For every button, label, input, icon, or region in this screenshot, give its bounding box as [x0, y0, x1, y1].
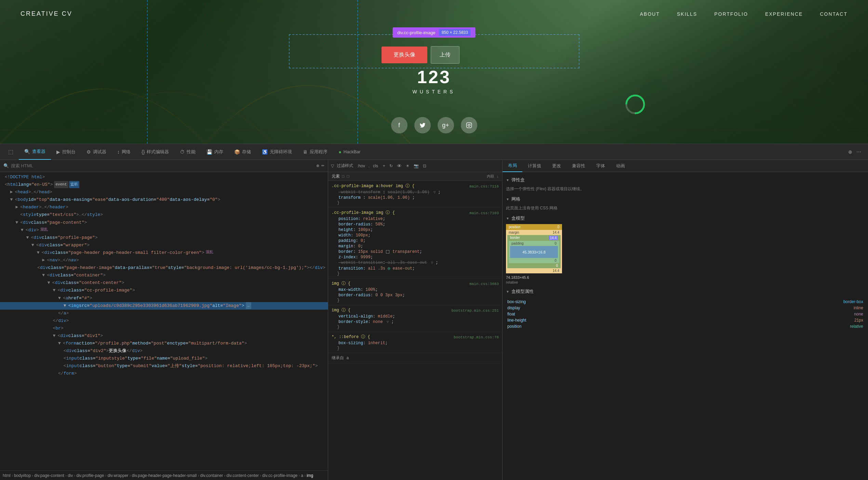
rule-2-header: .cc-profile-image img ⓘ { main.css:7103 [332, 210, 499, 216]
tab-memory[interactable]: 💾 内存 [201, 144, 229, 160]
add-node-btn[interactable]: ⊕ [316, 164, 319, 168]
tab-fonts[interactable]: 字体 [591, 160, 611, 172]
tab-network[interactable]: ↕ 网络 [112, 144, 136, 160]
rule-4-source[interactable]: bootstrap.min.css:251 [451, 309, 499, 313]
grid-arrow-icon: ▼ [506, 197, 509, 201]
nav-contact[interactable]: CONTACT [820, 11, 847, 17]
svg-rect-10 [466, 123, 471, 128]
search-icon: 🔍 [3, 163, 9, 168]
breadcrumb-page-header[interactable]: div.page-header-page-header-small [132, 473, 197, 478]
breadcrumb-wrapper[interactable]: div.wrapper [107, 473, 128, 478]
breadcrumb-img[interactable]: img [307, 473, 313, 478]
social-instagram[interactable] [461, 117, 477, 133]
rule-1-selector[interactable]: .cc-profile-image a:hover img ⓘ { [332, 183, 414, 189]
add-rule-btn[interactable]: + [383, 164, 385, 168]
tab-accessibility[interactable]: ♿ 无障碍环境 [256, 144, 297, 160]
box-model-section-header[interactable]: ▼ 盒模型 [506, 215, 865, 221]
breadcrumb-container[interactable]: div.container [200, 473, 223, 478]
flex-section-header[interactable]: ▼ 弹性盒 [506, 177, 865, 183]
padding-bottom-row: 0 [509, 258, 559, 263]
rule-2-prop-zindex: z-index: 9999; [332, 255, 499, 260]
breadcrumb-content-center[interactable]: div.content-center [227, 473, 259, 478]
prop-key: float [507, 312, 515, 316]
html-content[interactable]: <!DOCTYPE html> <html lang="en-US"> even… [0, 172, 328, 470]
tab-storage[interactable]: 📦 存储 [229, 144, 256, 160]
nav-experience[interactable]: EXPERIENCE [765, 11, 803, 17]
breadcrumb-cc-profile-image[interactable]: div.cc-profile-image [262, 473, 297, 478]
pseudo-states-btn[interactable]: :hov [357, 164, 365, 168]
breadcrumb-html[interactable]: html [3, 473, 11, 478]
layout-panel: 布局 计算值 更改 兼容性 字体 动画 [503, 160, 868, 480]
element-section-extra: 内联 ↓ [487, 174, 499, 179]
flex-section-desc: 选择一个弹性性 (Flex) 容器或项目以继续。 [506, 186, 865, 192]
nav-skills[interactable]: SKILLS [677, 11, 697, 17]
dark-btn[interactable]: ☀ [406, 164, 410, 168]
screenshot-btn[interactable]: 📷 [414, 164, 419, 168]
rule-5-selector[interactable]: *, ::before ⓘ { [332, 334, 370, 340]
rule-3-source[interactable]: main.css:3683 [469, 282, 499, 286]
breadcrumb-a[interactable]: a [301, 473, 303, 478]
prop-val: border-box [843, 299, 863, 304]
tab-hackbar[interactable]: ● HackBar [333, 144, 366, 160]
social-facebook[interactable]: f [391, 117, 408, 133]
style-rule-4: img ⓘ { bootstrap.min.css:251 vertical-a… [328, 305, 502, 332]
tab-computed[interactable]: 计算值 [522, 160, 547, 172]
tab-debugger-label: 调试器 [93, 149, 106, 155]
tab-layout[interactable]: 布局 [503, 160, 522, 172]
cls-btn[interactable]: cls [373, 164, 378, 168]
tab-performance[interactable]: ⏱ 性能 [174, 144, 201, 160]
tab-debugger[interactable]: ⚙ 调试器 [81, 144, 112, 160]
breadcrumb-page-content[interactable]: div.page-content [34, 473, 64, 478]
rule-3-close: } [332, 298, 339, 303]
position-value: 0 [557, 225, 559, 229]
devtools-inspector-icon[interactable]: ⬚ [3, 144, 19, 160]
element-section-toggle[interactable]: □ □ [342, 174, 349, 179]
html-line: ► <header> … </header> [0, 204, 328, 211]
tab-console[interactable]: ▶ 控制台 [51, 144, 81, 160]
html-line: ▼ <body id="top" data-aos-easing="ease" … [0, 196, 328, 204]
copy-btn[interactable]: ⊡ [423, 164, 426, 168]
border-bottom-val: 0 [556, 264, 558, 268]
rule-5-header: *, ::before ⓘ { bootstrap.min.css:76 [332, 334, 499, 340]
social-twitter[interactable] [414, 117, 431, 133]
devtools-new-btn[interactable]: ⊕ [847, 148, 854, 156]
upload-button[interactable]: 上传 [431, 46, 459, 64]
html-line-selected[interactable]: ▼ <img src="uploads/c9d389c295e3303961d6… [0, 302, 328, 310]
eye-btn[interactable]: 👁 [397, 163, 402, 169]
css-model-section-header[interactable]: ▼ 盒模型属性 [506, 288, 865, 295]
rule-5-source[interactable]: bootstrap.min.css:76 [454, 335, 499, 339]
edit-html-btn[interactable]: ✏ [321, 164, 324, 168]
devtools-panel: ⬚ 🔍 查看器 ▶ 控制台 ⚙ 调试器 ↕ 网络 {} 样式编辑器 ⏱ 性能 💾… [0, 144, 868, 480]
breadcrumb-div[interactable]: div [68, 473, 73, 478]
tab-style-editor[interactable]: {} 样式编辑器 [136, 144, 174, 160]
rule-1-source[interactable]: main.css:7116 [469, 184, 499, 189]
change-photo-button[interactable]: 更换头像 [382, 47, 427, 63]
tab-inspector[interactable]: 🔍 查看器 [19, 144, 51, 160]
rule-4-selector[interactable]: img ⓘ { [332, 307, 350, 313]
rule-2-source[interactable]: main.css:7103 [469, 211, 499, 215]
nav-portfolio[interactable]: PORTFOLIO [714, 11, 748, 17]
breadcrumb-body[interactable]: body#top [14, 473, 31, 478]
search-input[interactable] [11, 163, 314, 168]
devtools-settings-btn[interactable]: ⋯ [855, 148, 863, 156]
nav-about[interactable]: ABOUT [640, 11, 660, 17]
refresh-btn[interactable]: ↻ [389, 164, 393, 168]
rule-3-selector[interactable]: img ⓘ { [332, 281, 350, 286]
tab-compatibility[interactable]: 兼容性 [566, 160, 591, 172]
margin-bottom-val: 14.4 [553, 269, 559, 273]
social-google-plus[interactable]: g+ [438, 117, 454, 133]
grid-section-header[interactable]: ▼ 网格 [506, 196, 865, 202]
breadcrumb-profile-page[interactable]: div.profile-page [76, 473, 104, 478]
content-vals: 45.3833×16.8 [522, 250, 546, 254]
tab-compatibility-label: 兼容性 [572, 163, 585, 169]
flex-arrow-icon: ▼ [506, 178, 509, 182]
rule-2-selector[interactable]: .cc-profile-image img ⓘ { [332, 210, 395, 216]
style-rule-5: *, ::before ⓘ { bootstrap.min.css:76 box… [328, 332, 502, 353]
rule-5-close: } [332, 346, 339, 351]
tab-changes[interactable]: 更改 [547, 160, 566, 172]
tab-application[interactable]: 🖥 应用程序 [297, 144, 333, 160]
tab-animations[interactable]: 动画 [611, 160, 630, 172]
rule-2-close: } [332, 271, 339, 276]
grid-section-title: 网格 [511, 196, 520, 202]
html-panel: 🔍 ⊕ ✏ <!DOCTYPE html> <html lang="en-US"… [0, 160, 328, 480]
